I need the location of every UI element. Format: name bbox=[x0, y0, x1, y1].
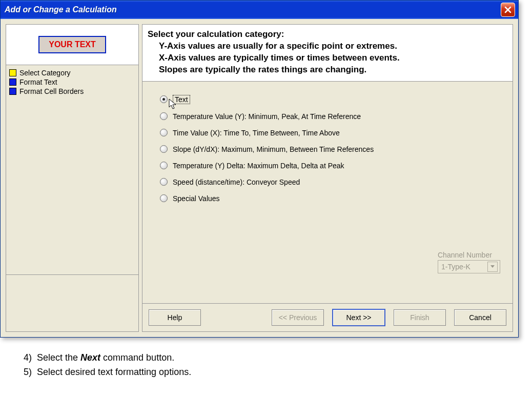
radio-icon bbox=[160, 145, 168, 153]
window-title: Add or Change a Calculation bbox=[5, 5, 117, 14]
instruction-row: 5) Select desired text formatting option… bbox=[18, 365, 514, 380]
chevron-down-icon bbox=[487, 262, 498, 272]
radio-option-slope[interactable]: Slope (dY/dX): Maximum, Minimum, Between… bbox=[160, 141, 500, 157]
radio-option-time-value[interactable]: Time Value (X): Time To, Time Between, T… bbox=[160, 125, 500, 141]
step-item-format-text[interactable]: Format Text bbox=[9, 77, 135, 87]
finish-button: Finish bbox=[394, 309, 446, 326]
radio-option-temperature-value[interactable]: Temperature Value (Y): Minimum, Peak, At… bbox=[160, 108, 500, 125]
channel-label: Channel Number bbox=[438, 251, 500, 259]
close-button[interactable] bbox=[501, 3, 515, 17]
header-line2: X-Axis values are typically times or tim… bbox=[148, 52, 507, 64]
radio-label: Temperature Value (Y): Minimum, Peak, At… bbox=[173, 112, 361, 121]
left-bottom-panel bbox=[6, 274, 138, 331]
radio-label: Time Value (X): Time To, Time Between, T… bbox=[173, 129, 340, 137]
square-icon bbox=[9, 78, 16, 86]
step-label: Select Category bbox=[19, 69, 71, 77]
radio-option-text[interactable]: Text bbox=[160, 91, 500, 108]
channel-select: 1-Type-K bbox=[438, 260, 500, 273]
header-title: Select your calculation category: bbox=[148, 29, 284, 39]
titlebar: Add or Change a Calculation bbox=[1, 1, 518, 19]
instructions: 4) Select the Next command button. 5) Se… bbox=[0, 338, 532, 390]
button-label: << Previous bbox=[279, 313, 317, 322]
instruction-row: 4) Select the Next command button. bbox=[18, 351, 514, 365]
left-panel: YOUR TEXT Select Category Format Text Fo… bbox=[6, 24, 139, 332]
close-icon bbox=[504, 6, 511, 13]
step-label: Format Cell Borders bbox=[19, 87, 84, 95]
category-header: Select your calculation category: Y-Axis… bbox=[142, 25, 513, 82]
previous-button: << Previous bbox=[272, 309, 324, 326]
step-label: Format Text bbox=[19, 78, 57, 86]
radio-icon bbox=[160, 95, 168, 103]
preview-box: YOUR TEXT bbox=[6, 25, 138, 65]
radio-label: Slope (dY/dX): Maximum, Minimum, Between… bbox=[173, 145, 374, 153]
square-icon bbox=[9, 69, 16, 76]
button-label: Finish bbox=[410, 313, 429, 322]
radio-icon bbox=[160, 178, 168, 186]
radio-label: Text bbox=[173, 95, 190, 104]
window-body: YOUR TEXT Select Category Format Text Fo… bbox=[1, 19, 518, 337]
radio-option-temperature-delta[interactable]: Temperature (Y) Delta: Maximum Delta, De… bbox=[160, 157, 500, 174]
radio-icon bbox=[160, 162, 168, 169]
channel-value: 1-Type-K bbox=[441, 263, 470, 271]
radio-label: Temperature (Y) Delta: Maximum Delta, De… bbox=[173, 162, 344, 170]
step-item-select-category[interactable]: Select Category bbox=[9, 68, 135, 77]
button-bar: Help << Previous Next >> Finish Cancel bbox=[142, 303, 513, 331]
header-line3: Slopes are typically the rates things ar… bbox=[148, 64, 507, 76]
square-icon bbox=[9, 88, 16, 95]
radio-label: Speed (distance/time): Conveyor Speed bbox=[173, 178, 300, 186]
header-line1: Y-Axis values are usually for a specific… bbox=[148, 41, 507, 52]
instruction-text: Select desired text formatting options. bbox=[37, 365, 191, 380]
step-item-format-cell-borders[interactable]: Format Cell Borders bbox=[9, 87, 135, 96]
dialog-window: Add or Change a Calculation YOUR TEXT Se… bbox=[0, 0, 519, 338]
radio-option-special[interactable]: Special Values bbox=[160, 190, 500, 207]
right-panel: Select your calculation category: Y-Axis… bbox=[142, 24, 513, 332]
step-list: Select Category Format Text Format Cell … bbox=[6, 65, 138, 274]
channel-number-group: Channel Number 1-Type-K bbox=[438, 251, 500, 273]
instruction-num: 5) bbox=[18, 365, 32, 380]
radio-icon bbox=[160, 129, 168, 136]
button-label: Cancel bbox=[469, 313, 492, 322]
button-label: Next >> bbox=[346, 313, 371, 322]
radio-option-speed[interactable]: Speed (distance/time): Conveyor Speed bbox=[160, 174, 500, 190]
radio-icon bbox=[160, 194, 168, 202]
radio-icon bbox=[160, 112, 168, 120]
preview-text: YOUR TEXT bbox=[38, 36, 106, 53]
next-button[interactable]: Next >> bbox=[332, 309, 385, 326]
cancel-button[interactable]: Cancel bbox=[454, 309, 506, 326]
radio-group: Text Temperature Value (Y): Minimum, Pea… bbox=[142, 82, 513, 303]
button-label: Help bbox=[168, 313, 182, 322]
instruction-num: 4) bbox=[18, 351, 32, 365]
radio-label: Special Values bbox=[173, 194, 220, 203]
help-button[interactable]: Help bbox=[149, 309, 201, 326]
instruction-text: Select the Next command button. bbox=[37, 351, 174, 365]
